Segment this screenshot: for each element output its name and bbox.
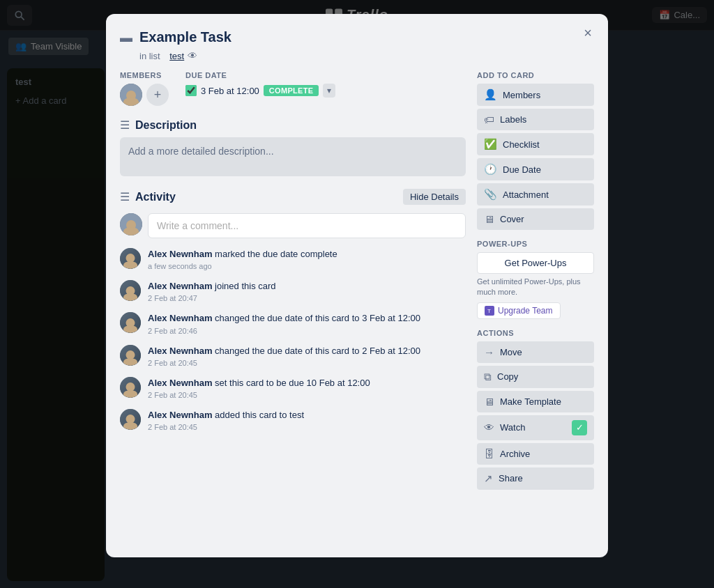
modal-main: MEMBERS + DUE DATE 3 Feb at 12:00 [120, 71, 466, 493]
hide-details-button[interactable]: Hide Details [403, 189, 466, 205]
move-icon: → [484, 346, 494, 358]
due-date-row: 3 Feb at 12:00 COMPLETE ▾ [185, 84, 335, 98]
move-btn-label: Move [500, 347, 522, 357]
watch-button[interactable]: 👁 Watch ✓ [477, 415, 594, 440]
checklist-button[interactable]: ✅ Checklist [477, 133, 594, 155]
checklist-btn-label: Checklist [503, 139, 540, 150]
activity-icon: ☰ [120, 190, 130, 203]
upgrade-team-button[interactable]: T Upgrade Team [477, 302, 561, 319]
modal-overlay: × ▬ Example Task in list test 👁 MEMBERS [0, 0, 714, 588]
actions-label: ACTIONS [477, 329, 594, 337]
share-btn-label: Share [499, 473, 523, 483]
activity-user: Alex Newnham [148, 346, 212, 356]
meta-row: MEMBERS + DUE DATE 3 Feb at 12:00 [120, 71, 466, 106]
attachment-btn-label: Attachment [503, 189, 549, 200]
member-avatar[interactable] [120, 84, 142, 106]
description-title: Description [135, 119, 197, 132]
attachment-button[interactable]: 📎 Attachment [477, 183, 594, 206]
activity-time: 2 Feb at 20:46 [148, 327, 466, 335]
watch-check: ✓ [572, 420, 587, 435]
card-icon: ▬ [120, 31, 132, 45]
share-icon: ↗ [484, 472, 493, 485]
cover-btn-label: Cover [500, 214, 524, 224]
copy-btn-label: Copy [497, 371, 518, 382]
activity-item: Alex Newnham set this card to be due 10 … [120, 377, 466, 399]
members-sidebar-button[interactable]: 👤 Members [477, 84, 594, 106]
activity-avatar [120, 409, 141, 430]
due-date-checkbox[interactable] [185, 85, 197, 96]
activity-avatar [120, 312, 141, 333]
power-ups-label: POWER-UPS [477, 240, 594, 248]
due-date-button[interactable]: 🕐 Due Date [477, 158, 594, 180]
list-link[interactable]: test [169, 51, 184, 61]
commenter-avatar [120, 213, 142, 235]
labels-button[interactable]: 🏷 Labels [477, 109, 594, 130]
description-area[interactable]: Add a more detailed description... [120, 137, 466, 176]
due-date-value: 3 Feb at 12:00 [201, 86, 259, 96]
description-icon: ☰ [120, 118, 130, 132]
archive-button[interactable]: 🗄 Archive [477, 443, 594, 465]
activity-text: Alex Newnham changed the due date of thi… [148, 312, 466, 325]
comment-input[interactable]: Write a comment... [148, 213, 466, 238]
members-btn-label: Members [503, 90, 540, 100]
upgrade-btn-label: Upgrade Team [498, 306, 553, 316]
comment-placeholder: Write a comment... [157, 220, 238, 231]
modal-body: MEMBERS + DUE DATE 3 Feb at 12:00 [120, 71, 594, 493]
activity-content: Alex Newnham marked the due date complet… [148, 248, 466, 270]
activity-avatar [120, 377, 141, 398]
activity-header: ☰ Activity Hide Details [120, 189, 466, 205]
copy-icon: ⧉ [484, 371, 492, 383]
get-power-ups-label: Get Power-Ups [505, 258, 567, 268]
template-icon: 🖥 [484, 396, 494, 408]
activity-title: Activity [135, 191, 176, 203]
labels-icon: 🏷 [484, 114, 494, 125]
watch-icon-sidebar: 👁 [484, 421, 494, 433]
activity-text: Alex Newnham marked the due date complet… [148, 248, 466, 261]
description-placeholder: Add a more detailed description... [128, 146, 274, 157]
activity-time: 2 Feb at 20:45 [148, 391, 466, 399]
due-date-icon: 🕐 [484, 163, 497, 176]
activity-user: Alex Newnham [148, 281, 212, 291]
activity-item: Alex Newnham added this card to test 2 F… [120, 409, 466, 431]
card-modal: × ▬ Example Task in list test 👁 MEMBERS [106, 14, 608, 557]
labels-btn-label: Labels [500, 114, 526, 125]
upgrade-icon: T [485, 306, 494, 316]
complete-badge: COMPLETE [264, 85, 319, 96]
activity-user: Alex Newnham [148, 313, 212, 323]
archive-icon: 🗄 [484, 448, 494, 460]
copy-button[interactable]: ⧉ Copy [477, 366, 594, 388]
activity-item: Alex Newnham joined this card 2 Feb at 2… [120, 280, 466, 302]
members-icon: 👤 [484, 88, 497, 101]
cover-button[interactable]: 🖥 Cover [477, 208, 594, 230]
due-date-label: DUE DATE [185, 71, 335, 79]
watch-icon[interactable]: 👁 [188, 50, 197, 61]
make-template-button[interactable]: 🖥 Make Template [477, 391, 594, 412]
activity-time: 2 Feb at 20:45 [148, 359, 466, 367]
make-template-btn-label: Make Template [500, 396, 561, 407]
activity-item: Alex Newnham changed the due date of thi… [120, 345, 466, 367]
activity-time: a few seconds ago [148, 262, 466, 270]
move-button[interactable]: → Move [477, 341, 594, 363]
watch-btn-label: Watch [500, 422, 525, 433]
activity-avatar [120, 280, 141, 301]
activity-time: 2 Feb at 20:45 [148, 423, 466, 431]
activity-item: Alex Newnham changed the due date of thi… [120, 312, 466, 334]
members-row: + [120, 84, 169, 106]
activity-time: 2 Feb at 20:47 [148, 294, 466, 302]
description-header: ☰ Description [120, 118, 466, 132]
get-power-ups-button[interactable]: Get Power-Ups [477, 252, 594, 274]
members-section: MEMBERS + [120, 71, 169, 106]
due-date-btn-label: Due Date [503, 164, 541, 175]
activity-user: Alex Newnham [148, 378, 212, 388]
due-date-chevron[interactable]: ▾ [323, 84, 335, 98]
share-button[interactable]: ↗ Share [477, 467, 594, 490]
comment-row: Write a comment... [120, 213, 466, 238]
add-member-button[interactable]: + [146, 84, 169, 106]
activity-title-row: ☰ Activity [120, 190, 176, 203]
power-ups-desc: Get unlimited Power-Ups, plus much more. [477, 277, 594, 298]
activity-avatar [120, 345, 141, 366]
activity-item: Alex Newnham marked the due date complet… [120, 248, 466, 270]
activity-list: Alex Newnham marked the due date complet… [120, 248, 466, 431]
modal-close-button[interactable]: × [577, 22, 598, 43]
activity-content: Alex Newnham added this card to test 2 F… [148, 409, 466, 431]
